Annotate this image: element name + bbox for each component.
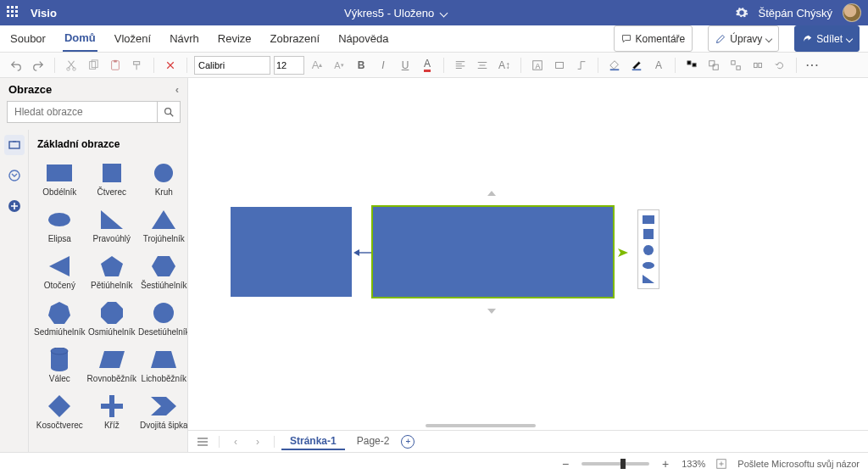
chevron-down-icon[interactable] xyxy=(440,8,448,17)
heptagon-icon xyxy=(45,300,74,326)
connector-button[interactable] xyxy=(572,56,591,75)
shape-square[interactable]: Čtverec xyxy=(87,157,136,202)
shape-circle[interactable]: Kruh xyxy=(138,157,187,202)
more-button[interactable]: ··· xyxy=(804,56,822,75)
shape-right-tri[interactable]: Pravoúhlý xyxy=(87,204,136,248)
shape-triangle[interactable]: Trojúhelník xyxy=(138,204,187,248)
delete-button[interactable] xyxy=(161,56,180,75)
shape-diamond[interactable]: Kosočtverec xyxy=(34,390,86,435)
mini-triangle-icon[interactable] xyxy=(643,275,654,283)
zoom-slider[interactable] xyxy=(581,462,649,466)
expand-handle-top[interactable] xyxy=(485,191,498,199)
shape-cross[interactable]: Kříž xyxy=(87,390,136,435)
shape-pentagon[interactable]: Pětiúhelník xyxy=(87,250,136,295)
pages-menu-button[interactable] xyxy=(193,432,212,451)
panel-tab-stencils[interactable] xyxy=(4,165,25,186)
share-button[interactable]: Sdílet xyxy=(794,25,860,52)
tab-napoveda[interactable]: Nápověda xyxy=(337,25,390,52)
avatar[interactable] xyxy=(843,3,861,22)
page-tab-2[interactable]: Page-2 xyxy=(348,433,398,450)
undo-button[interactable] xyxy=(7,56,25,75)
tab-navrh[interactable]: Návrh xyxy=(168,25,201,52)
mini-rect-icon[interactable] xyxy=(643,215,654,224)
cross-icon xyxy=(97,393,126,419)
shape-chevron[interactable]: Dvojitá šipka xyxy=(138,390,187,435)
copy-button[interactable] xyxy=(84,56,103,75)
expand-handle-bottom[interactable] xyxy=(485,305,498,314)
editing-button[interactable]: Úpravy xyxy=(708,25,779,52)
shape-cylinder[interactable]: Válec xyxy=(34,343,86,388)
shape-ellipse[interactable]: Elipsa xyxy=(34,204,86,248)
comments-button[interactable]: Komentáře xyxy=(614,25,693,52)
svg-rect-18 xyxy=(9,142,19,148)
line-color-button[interactable] xyxy=(627,56,646,75)
feedback-link[interactable]: Pošlete Microsoftu svůj názor xyxy=(737,459,860,469)
gear-icon[interactable] xyxy=(735,6,748,20)
font-select[interactable] xyxy=(194,56,270,75)
font-size-select[interactable] xyxy=(274,56,304,75)
page-next-button[interactable]: › xyxy=(248,432,267,451)
user-name[interactable]: Štěpán Chýský xyxy=(759,7,832,20)
paste-button[interactable] xyxy=(106,56,125,75)
circle-icon xyxy=(149,160,178,186)
panel-tab-add[interactable] xyxy=(4,196,25,216)
tab-revize[interactable]: Revize xyxy=(216,25,253,52)
search-input[interactable] xyxy=(7,101,157,123)
align-button[interactable] xyxy=(682,56,701,75)
search-button[interactable] xyxy=(157,101,181,123)
group-button[interactable] xyxy=(726,56,745,75)
arrange-button[interactable] xyxy=(704,56,723,75)
rotate-button[interactable] xyxy=(771,56,789,75)
shape-octagon[interactable]: Osmiúhelník xyxy=(87,297,136,342)
canvas[interactable] xyxy=(188,78,868,421)
shape-rect[interactable]: Obdélník xyxy=(34,157,86,202)
fit-page-button[interactable] xyxy=(714,456,729,471)
text-fill-button[interactable]: A xyxy=(649,56,668,75)
tab-zobrazeni[interactable]: Zobrazení xyxy=(269,25,322,52)
quick-shapes-palette[interactable] xyxy=(637,209,659,289)
tab-vlozeni[interactable]: Vložení xyxy=(113,25,153,52)
tab-soubor[interactable]: Soubor xyxy=(8,25,47,52)
horizontal-scrollbar[interactable] xyxy=(188,421,868,430)
page-prev-button[interactable]: ‹ xyxy=(226,432,245,451)
text-box-button[interactable]: A xyxy=(528,56,547,75)
tab-domu[interactable]: Domů xyxy=(63,25,97,52)
panel-tab-shapes[interactable] xyxy=(4,135,25,155)
shrink-font-button[interactable]: A▾ xyxy=(330,56,348,75)
app-launcher-icon[interactable] xyxy=(7,6,20,20)
collapse-panel-icon[interactable]: ‹ xyxy=(175,83,179,96)
shape-tool-button[interactable] xyxy=(550,56,569,75)
shape-trapezoid[interactable]: Lichoběžník xyxy=(138,343,187,388)
shape-hexagon[interactable]: Šestiúhelník xyxy=(138,250,187,295)
grow-font-button[interactable]: A▴ xyxy=(308,56,326,75)
zoom-in-button[interactable]: + xyxy=(658,456,673,471)
shape-left-tri[interactable]: Otočený xyxy=(34,250,86,295)
add-page-button[interactable]: + xyxy=(401,435,415,449)
align-middle-button[interactable] xyxy=(473,56,492,75)
autoconnect-arrow-right[interactable] xyxy=(618,247,632,259)
shape-rectangle-2-selected[interactable] xyxy=(373,207,613,297)
position-button[interactable] xyxy=(748,56,767,75)
bold-button[interactable]: B xyxy=(352,56,370,75)
page-tab-1[interactable]: Stránka-1 xyxy=(281,433,345,450)
zoom-out-button[interactable]: − xyxy=(558,456,573,471)
text-direction-button[interactable]: A↕ xyxy=(495,56,514,75)
font-color-button[interactable]: A xyxy=(418,56,437,75)
shape-parallelogram[interactable]: Rovnoběžník xyxy=(87,343,136,388)
triangle-icon xyxy=(149,207,178,232)
document-title[interactable]: Výkres5 - Uloženo xyxy=(344,7,434,20)
mini-square-icon[interactable] xyxy=(643,229,654,239)
align-left-button[interactable] xyxy=(451,56,470,75)
svg-rect-30 xyxy=(643,229,654,239)
shape-heptagon[interactable]: Sedmiúhelník xyxy=(34,297,86,342)
fill-color-button[interactable] xyxy=(605,56,624,75)
underline-button[interactable]: U xyxy=(396,56,415,75)
redo-button[interactable] xyxy=(29,56,47,75)
shape-decagon[interactable]: Desetiúhelník xyxy=(138,297,187,342)
shape-rectangle-1[interactable] xyxy=(231,207,352,297)
mini-circle-icon[interactable] xyxy=(643,244,654,256)
cut-button[interactable] xyxy=(62,56,81,75)
mini-ellipse-icon[interactable] xyxy=(643,261,654,270)
italic-button[interactable]: I xyxy=(374,56,392,75)
format-painter-button[interactable] xyxy=(128,56,147,75)
